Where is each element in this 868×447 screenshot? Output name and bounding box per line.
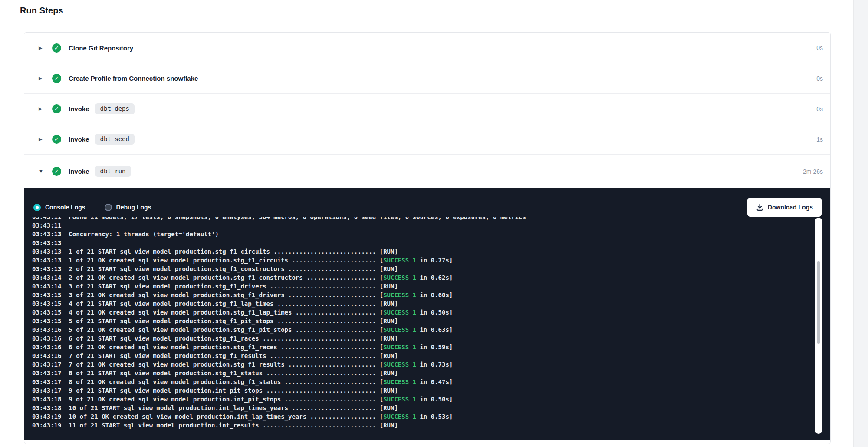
command-chip: dbt run	[95, 166, 131, 177]
log-line: 03:43:16 5 of 21 OK created sql view mod…	[32, 325, 830, 334]
log-line: 03:43:19 10 of 21 OK created sql view mo…	[32, 412, 830, 421]
page-scrollbar-track[interactable]	[853, 0, 868, 447]
log-success-text: SUCCESS 1	[383, 274, 416, 281]
command-chip: dbt deps	[95, 103, 135, 114]
run-steps-card: ▶✓Clone Git Repository0s▶✓Create Profile…	[24, 32, 831, 444]
tab-console-logs[interactable]: Console Logs	[33, 204, 85, 211]
log-line: 03:43:11	[32, 221, 830, 230]
log-line: 03:43:16 6 of 21 START sql view model pr…	[32, 334, 830, 343]
log-line: 03:43:16 7 of 21 START sql view model pr…	[32, 351, 830, 360]
log-line: 03:43:17 9 of 21 START sql view model pr…	[32, 386, 830, 395]
log-success-text: SUCCESS 1	[383, 413, 416, 420]
step-duration: 0s	[816, 75, 823, 82]
console-log-viewport[interactable]: 03:43:11 Found 21 models, 17 tests, 0 sn…	[24, 217, 830, 434]
log-success-text: SUCCESS 1	[383, 344, 416, 351]
caret-right-icon[interactable]: ▶	[39, 76, 45, 81]
log-success-text: SUCCESS 1	[383, 396, 416, 403]
log-success-text: SUCCESS 1	[383, 378, 416, 385]
console-panel: Console Logs Debug Logs Download Logs	[24, 188, 830, 440]
log-line: 03:43:15 4 of 21 START sql view model pr…	[32, 299, 830, 308]
success-check-icon: ✓	[52, 104, 61, 113]
log-line: 03:43:13 1 of 21 START sql view model pr…	[32, 247, 830, 256]
log-success-text: SUCCESS 1	[383, 291, 416, 298]
step-row[interactable]: ▶✓Create Profile from Connection snowfla…	[24, 63, 830, 93]
steps-list: ▶✓Clone Git Repository0s▶✓Create Profile…	[24, 33, 830, 188]
step-label: Clone Git Repository	[69, 44, 133, 52]
log-line: 03:43:19 11 of 21 START sql view model p…	[32, 421, 830, 430]
log-line: 03:43:14 3 of 21 START sql view model pr…	[32, 282, 830, 291]
radio-selected-icon[interactable]	[33, 204, 41, 211]
caret-down-icon[interactable]: ▼	[39, 169, 45, 174]
step-row[interactable]: ▶✓Invokedbt deps0s	[24, 93, 830, 124]
console-log-content: 03:43:11 Found 21 models, 17 tests, 0 sn…	[32, 217, 830, 430]
page-title: Run Steps	[20, 6, 63, 16]
tab-console-logs-label: Console Logs	[45, 204, 85, 211]
step-duration: 0s	[816, 44, 823, 51]
step-row[interactable]: ▶✓Clone Git Repository0s	[24, 33, 830, 63]
log-line: 03:43:18 9 of 21 OK created sql view mod…	[32, 395, 830, 404]
success-check-icon: ✓	[52, 135, 61, 144]
download-logs-label: Download Logs	[768, 204, 813, 211]
success-check-icon: ✓	[52, 74, 61, 83]
step-label: Create Profile from Connection snowflake	[69, 75, 198, 82]
log-line: 03:43:11 Found 21 models, 17 tests, 0 sn…	[32, 217, 830, 221]
log-success-text: SUCCESS 1	[383, 309, 416, 316]
step-row[interactable]: ▼✓Invokedbt run2m 26s	[24, 154, 830, 188]
run-steps-page: Run Steps ▶✓Clone Git Repository0s▶✓Crea…	[0, 0, 868, 447]
step-duration: 1s	[816, 136, 823, 143]
log-success-text: SUCCESS 1	[383, 257, 416, 264]
log-success-text: SUCCESS 1	[383, 361, 416, 368]
log-line: 03:43:18 10 of 21 START sql view model p…	[32, 404, 830, 412]
log-line: 03:43:15 5 of 21 START sql view model pr…	[32, 317, 830, 325]
tab-debug-logs[interactable]: Debug Logs	[105, 204, 151, 211]
log-line: 03:43:17 8 of 21 OK created sql view mod…	[32, 377, 830, 386]
success-check-icon: ✓	[52, 167, 61, 176]
log-line: 03:43:14 2 of 21 OK created sql view mod…	[32, 273, 830, 282]
radio-unselected-icon[interactable]	[105, 204, 112, 211]
console-scrollbar-track[interactable]	[815, 218, 822, 434]
caret-right-icon[interactable]: ▶	[39, 106, 45, 111]
step-label: Invoke	[69, 168, 89, 175]
step-duration: 2m 26s	[803, 168, 823, 175]
console-header: Console Logs Debug Logs Download Logs	[24, 188, 830, 217]
log-line: 03:43:15 4 of 21 OK created sql view mod…	[32, 308, 830, 317]
download-icon	[756, 204, 763, 211]
step-label: Invoke	[69, 105, 89, 113]
log-line: 03:43:13 2 of 21 START sql view model pr…	[32, 265, 830, 273]
log-line: 03:43:17 7 of 21 OK created sql view mod…	[32, 360, 830, 369]
log-line: 03:43:13 Concurrency: 1 threads (target=…	[32, 230, 830, 238]
success-check-icon: ✓	[52, 43, 61, 53]
download-logs-button[interactable]: Download Logs	[747, 198, 822, 217]
command-chip: dbt seed	[95, 134, 135, 145]
log-line: 03:43:13 1 of 21 OK created sql view mod…	[32, 256, 830, 265]
step-row[interactable]: ▶✓Invokedbt seed1s	[24, 124, 830, 154]
caret-right-icon[interactable]: ▶	[39, 46, 45, 50]
log-line: 03:43:17 8 of 21 START sql view model pr…	[32, 369, 830, 377]
log-line: 03:43:13	[32, 238, 830, 247]
step-duration: 0s	[816, 106, 823, 113]
log-line: 03:43:15 3 of 21 OK created sql view mod…	[32, 291, 830, 299]
radio-dot	[36, 206, 39, 209]
console-scrollbar-thumb[interactable]	[817, 261, 820, 344]
log-line: 03:43:16 6 of 21 OK created sql view mod…	[32, 343, 830, 351]
tab-debug-logs-label: Debug Logs	[116, 204, 151, 211]
step-label: Invoke	[69, 136, 89, 143]
caret-right-icon[interactable]: ▶	[39, 137, 45, 142]
log-success-text: SUCCESS 1	[383, 326, 416, 333]
